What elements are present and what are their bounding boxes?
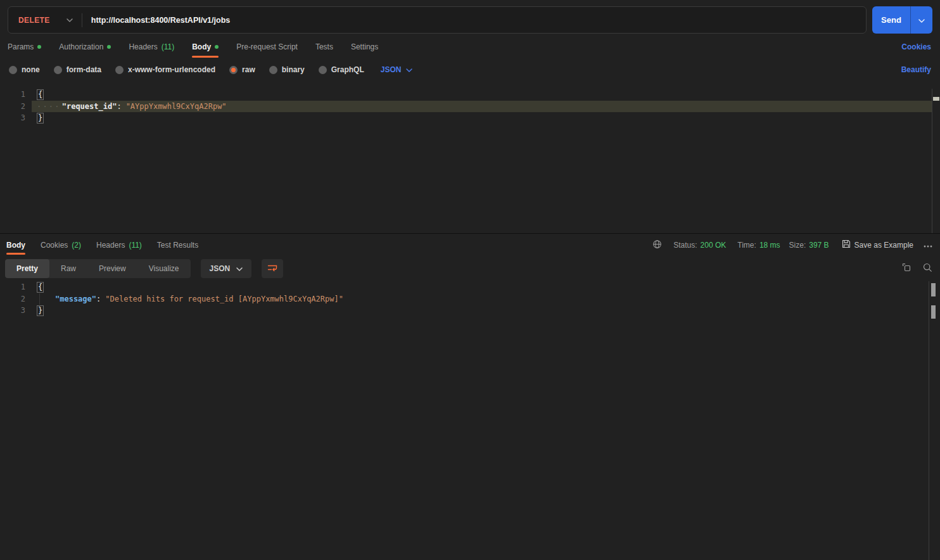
chevron-down-icon [406,65,412,74]
size-badge: Size: 397 B [789,241,829,250]
send-button-group: Send [872,6,932,34]
request-editor-line-2: 2 ····"request_id":"AYppYxmwhl9CxYqA2Rpw… [0,101,940,113]
view-pretty-label: Pretty [16,264,38,273]
response-meta: Status: 200 OK Time: 18 ms Size: 397 B S… [652,239,932,251]
radio-icon [319,66,327,74]
request-editor-line-1: 1 { [0,89,940,101]
response-tabs: Body Cookies (2) Headers (11) Test Resul… [6,234,198,256]
radio-binary-label: binary [282,65,305,74]
raw-format-select[interactable]: JSON [381,65,413,74]
response-tab-body[interactable]: Body [6,234,25,256]
tab-tests[interactable]: Tests [315,35,333,59]
open-brace: { [37,282,44,293]
url-input[interactable] [82,7,866,33]
radio-none[interactable]: none [9,65,40,74]
view-visualize[interactable]: Visualize [137,259,191,278]
tab-headers-count: (11) [162,42,174,51]
response-overview-ruler [929,281,940,560]
line-number: 2 [0,293,25,305]
cookies-link[interactable]: Cookies [901,42,931,51]
request-body-editor[interactable]: 1 { 2 ····"request_id":"AYppYxmwhl9CxYqA… [0,89,940,234]
view-preview[interactable]: Preview [87,259,137,278]
tab-headers[interactable]: Headers (11) [129,35,174,59]
json-colon: : [117,101,121,113]
response-tab-test-results[interactable]: Test Results [157,234,198,256]
tab-prerequest-label: Pre-request Script [236,42,298,51]
radio-graphql[interactable]: GraphQL [319,65,364,74]
beautify-link[interactable]: Beautify [901,65,931,74]
tab-authorization[interactable]: Authorization [59,35,111,59]
view-preview-label: Preview [99,264,126,273]
response-tab-cookies[interactable]: Cookies (2) [41,234,81,256]
response-view-switcher: Pretty Raw Preview Visualize [5,259,191,278]
wrap-text-icon [267,264,277,274]
line-number: 3 [0,112,25,124]
tab-headers-label: Headers [129,42,157,51]
green-dot-indicator [107,45,111,49]
response-header: Body Cookies (2) Headers (11) Test Resul… [0,234,940,256]
response-body-viewer[interactable]: 1 { 2 "message":"Deleted hits for reques… [0,281,940,560]
tab-prerequest-script[interactable]: Pre-request Script [236,35,298,59]
send-button[interactable]: Send [872,6,910,34]
open-brace: { [37,89,44,100]
line-number: 3 [0,305,25,317]
response-tab-headers[interactable]: Headers (11) [96,234,142,256]
radio-graphql-label: GraphQL [331,65,364,74]
response-tab-cookies-label: Cookies [41,241,68,250]
ruler-mark [931,283,936,296]
tab-settings[interactable]: Settings [351,35,378,59]
size-label: Size: [789,241,806,250]
save-as-example-button[interactable]: Save as Example [842,239,913,250]
radio-raw[interactable]: raw [229,65,255,74]
radio-icon [269,66,277,74]
status-badge: Status: 200 OK [673,241,726,250]
chevron-down-icon [918,15,925,25]
whitespace-dots: ···· [37,101,61,113]
request-tabs: Params Authorization Headers (11) Body P… [0,35,940,59]
view-visualize-label: Visualize [149,264,179,273]
radio-binary[interactable]: binary [269,65,305,74]
time-badge: Time: 18 ms [737,241,780,250]
body-type-row: none form-data x-www-form-urlencoded raw… [0,59,940,80]
save-icon [842,239,851,250]
response-line-3: 3 } [0,305,940,317]
wrap-text-button[interactable] [262,259,283,278]
copy-response-button[interactable] [902,263,911,274]
send-options-button[interactable] [910,6,932,34]
line-number: 2 [0,101,25,113]
json-key: "message" [55,293,96,305]
json-colon: : [96,293,101,305]
radio-none-label: none [22,65,40,74]
tab-params[interactable]: Params [8,35,41,59]
search-icon [923,263,932,274]
ellipsis-icon [924,241,932,250]
response-options-button[interactable] [924,241,932,250]
network-info-button[interactable] [652,239,662,251]
view-raw[interactable]: Raw [49,259,87,278]
radio-selected-icon [229,66,238,74]
status-value: 200 OK [701,241,727,250]
response-format-select[interactable]: JSON [201,259,252,278]
json-value: "Deleted hits for request_id [AYppYxmwhl… [105,293,343,305]
json-key: "request_id" [62,101,117,113]
close-brace: } [37,113,44,124]
response-tab-body-label: Body [6,241,25,250]
editor-overview-ruler [932,89,940,233]
radio-icon [115,66,124,74]
close-brace: } [37,305,44,316]
size-value: 397 B [809,241,829,250]
tab-body[interactable]: Body [192,35,219,59]
save-as-example-label: Save as Example [854,241,913,250]
search-response-button[interactable] [923,263,932,274]
tab-params-label: Params [8,42,34,51]
radio-icon [9,66,17,74]
response-line-2: 2 "message":"Deleted hits for request_id… [0,293,940,305]
line-number: 1 [0,281,25,293]
view-pretty[interactable]: Pretty [5,259,49,278]
method-selector[interactable]: DELETE [8,7,82,33]
response-tab-test-results-label: Test Results [157,241,198,250]
radio-form-data[interactable]: form-data [54,65,101,74]
response-tab-headers-label: Headers [96,241,125,250]
time-value: 18 ms [759,241,780,250]
radio-x-www-form-urlencoded[interactable]: x-www-form-urlencoded [115,65,215,74]
